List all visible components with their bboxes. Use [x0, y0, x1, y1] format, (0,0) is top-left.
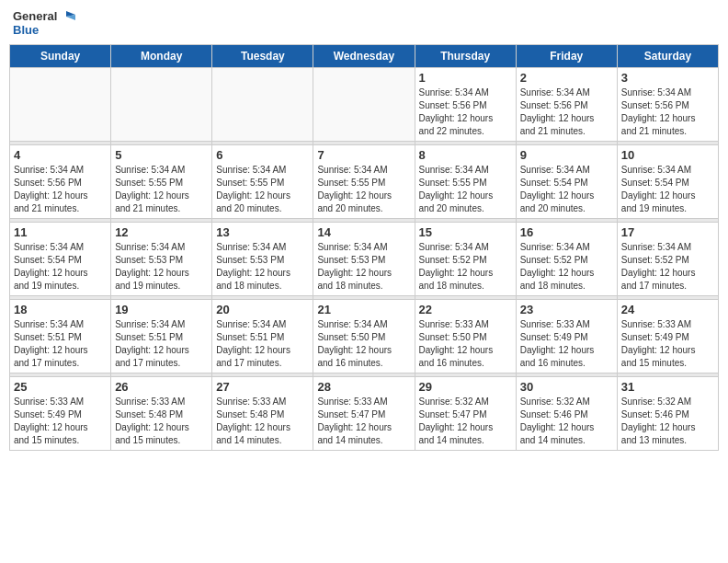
day-info: Sunrise: 5:34 AM Sunset: 5:55 PM Dayligh…	[216, 164, 309, 215]
calendar-cell: 9Sunrise: 5:34 AM Sunset: 5:54 PM Daylig…	[516, 145, 617, 219]
logo-blue-text: Blue	[13, 24, 39, 37]
calendar-cell: 7Sunrise: 5:34 AM Sunset: 5:55 PM Daylig…	[313, 145, 415, 219]
calendar-cell: 24Sunrise: 5:33 AM Sunset: 5:49 PM Dayli…	[617, 300, 718, 373]
day-info: Sunrise: 5:34 AM Sunset: 5:55 PM Dayligh…	[317, 164, 410, 215]
day-number: 25	[14, 380, 107, 394]
day-number: 11	[14, 225, 107, 239]
logo-general-text: General	[13, 10, 57, 23]
day-info: Sunrise: 5:34 AM Sunset: 5:51 PM Dayligh…	[14, 318, 107, 370]
day-number: 31	[621, 380, 714, 394]
day-number: 9	[520, 148, 613, 162]
calendar-cell: 16Sunrise: 5:34 AM Sunset: 5:52 PM Dayli…	[516, 223, 617, 296]
day-number: 15	[419, 225, 512, 239]
calendar-cell: 11Sunrise: 5:34 AM Sunset: 5:54 PM Dayli…	[10, 223, 111, 296]
calendar-cell: 12Sunrise: 5:34 AM Sunset: 5:53 PM Dayli…	[111, 223, 212, 296]
day-info: Sunrise: 5:32 AM Sunset: 5:46 PM Dayligh…	[520, 396, 613, 447]
day-info: Sunrise: 5:34 AM Sunset: 5:55 PM Dayligh…	[419, 164, 512, 215]
calendar-cell: 19Sunrise: 5:34 AM Sunset: 5:51 PM Dayli…	[111, 300, 212, 373]
day-info: Sunrise: 5:33 AM Sunset: 5:48 PM Dayligh…	[216, 396, 309, 447]
calendar-cell: 17Sunrise: 5:34 AM Sunset: 5:52 PM Dayli…	[617, 223, 718, 296]
day-info: Sunrise: 5:33 AM Sunset: 5:47 PM Dayligh…	[317, 396, 410, 447]
day-of-week-monday: Monday	[111, 45, 212, 68]
day-number: 8	[419, 148, 512, 162]
calendar-cell: 31Sunrise: 5:32 AM Sunset: 5:46 PM Dayli…	[617, 377, 718, 451]
calendar-cell	[212, 68, 313, 142]
day-info: Sunrise: 5:34 AM Sunset: 5:54 PM Dayligh…	[621, 164, 714, 215]
calendar-table: SundayMondayTuesdayWednesdayThursdayFrid…	[9, 44, 719, 451]
day-info: Sunrise: 5:34 AM Sunset: 5:53 PM Dayligh…	[216, 241, 309, 293]
day-info: Sunrise: 5:34 AM Sunset: 5:55 PM Dayligh…	[115, 164, 208, 215]
calendar-week-1: 1Sunrise: 5:34 AM Sunset: 5:56 PM Daylig…	[10, 68, 719, 142]
day-info: Sunrise: 5:33 AM Sunset: 5:48 PM Dayligh…	[115, 396, 208, 447]
day-info: Sunrise: 5:34 AM Sunset: 5:50 PM Dayligh…	[317, 318, 410, 370]
day-info: Sunrise: 5:34 AM Sunset: 5:53 PM Dayligh…	[115, 241, 208, 293]
calendar-week-5: 25Sunrise: 5:33 AM Sunset: 5:49 PM Dayli…	[10, 377, 719, 451]
day-number: 5	[115, 148, 208, 162]
logo-container: General Blue	[13, 9, 79, 37]
day-info: Sunrise: 5:32 AM Sunset: 5:46 PM Dayligh…	[621, 396, 714, 447]
calendar-cell	[313, 68, 415, 142]
day-number: 10	[621, 148, 714, 162]
day-number: 24	[621, 303, 714, 316]
day-info: Sunrise: 5:33 AM Sunset: 5:50 PM Dayligh…	[419, 318, 512, 370]
logo-bird-icon	[59, 9, 79, 24]
day-number: 14	[317, 225, 410, 239]
day-info: Sunrise: 5:34 AM Sunset: 5:52 PM Dayligh…	[520, 241, 613, 293]
day-number: 4	[14, 148, 107, 162]
calendar-cell: 18Sunrise: 5:34 AM Sunset: 5:51 PM Dayli…	[10, 300, 111, 373]
day-info: Sunrise: 5:34 AM Sunset: 5:53 PM Dayligh…	[317, 241, 410, 293]
day-info: Sunrise: 5:34 AM Sunset: 5:51 PM Dayligh…	[115, 318, 208, 370]
day-number: 20	[216, 303, 309, 316]
calendar-cell: 22Sunrise: 5:33 AM Sunset: 5:50 PM Dayli…	[415, 300, 516, 373]
calendar-cell	[111, 68, 212, 142]
day-number: 22	[419, 303, 512, 316]
calendar-cell: 13Sunrise: 5:34 AM Sunset: 5:53 PM Dayli…	[212, 223, 313, 296]
calendar-cell: 10Sunrise: 5:34 AM Sunset: 5:54 PM Dayli…	[617, 145, 718, 219]
day-number: 29	[419, 380, 512, 394]
calendar-cell: 30Sunrise: 5:32 AM Sunset: 5:46 PM Dayli…	[516, 377, 617, 451]
day-number: 2	[520, 71, 613, 85]
day-info: Sunrise: 5:34 AM Sunset: 5:52 PM Dayligh…	[419, 241, 512, 293]
calendar-cell: 23Sunrise: 5:33 AM Sunset: 5:49 PM Dayli…	[516, 300, 617, 373]
page-header: General Blue	[9, 9, 719, 37]
day-of-week-sunday: Sunday	[10, 45, 111, 68]
calendar-cell: 28Sunrise: 5:33 AM Sunset: 5:47 PM Dayli…	[313, 377, 415, 451]
day-info: Sunrise: 5:34 AM Sunset: 5:56 PM Dayligh…	[419, 86, 512, 138]
day-number: 13	[216, 225, 309, 239]
day-number: 23	[520, 303, 613, 316]
day-info: Sunrise: 5:34 AM Sunset: 5:54 PM Dayligh…	[14, 241, 107, 293]
day-info: Sunrise: 5:34 AM Sunset: 5:54 PM Dayligh…	[520, 164, 613, 215]
calendar-cell: 2Sunrise: 5:34 AM Sunset: 5:56 PM Daylig…	[516, 68, 617, 142]
calendar-cell: 26Sunrise: 5:33 AM Sunset: 5:48 PM Dayli…	[111, 377, 212, 451]
calendar-cell: 25Sunrise: 5:33 AM Sunset: 5:49 PM Dayli…	[10, 377, 111, 451]
day-number: 7	[317, 148, 410, 162]
day-of-week-friday: Friday	[516, 45, 617, 68]
calendar-cell: 6Sunrise: 5:34 AM Sunset: 5:55 PM Daylig…	[212, 145, 313, 219]
calendar-cell: 1Sunrise: 5:34 AM Sunset: 5:56 PM Daylig…	[415, 68, 516, 142]
day-info: Sunrise: 5:33 AM Sunset: 5:49 PM Dayligh…	[14, 396, 107, 447]
day-number: 28	[317, 380, 410, 394]
calendar-cell: 20Sunrise: 5:34 AM Sunset: 5:51 PM Dayli…	[212, 300, 313, 373]
day-info: Sunrise: 5:34 AM Sunset: 5:52 PM Dayligh…	[621, 241, 714, 293]
day-number: 27	[216, 380, 309, 394]
calendar-cell: 27Sunrise: 5:33 AM Sunset: 5:48 PM Dayli…	[212, 377, 313, 451]
day-of-week-thursday: Thursday	[415, 45, 516, 68]
day-number: 12	[115, 225, 208, 239]
calendar-cell: 21Sunrise: 5:34 AM Sunset: 5:50 PM Dayli…	[313, 300, 415, 373]
calendar-cell: 8Sunrise: 5:34 AM Sunset: 5:55 PM Daylig…	[415, 145, 516, 219]
day-info: Sunrise: 5:33 AM Sunset: 5:49 PM Dayligh…	[621, 318, 714, 370]
day-of-week-wednesday: Wednesday	[313, 45, 415, 68]
day-number: 30	[520, 380, 613, 394]
day-number: 3	[621, 71, 714, 85]
calendar-cell	[10, 68, 111, 142]
day-info: Sunrise: 5:32 AM Sunset: 5:47 PM Dayligh…	[419, 396, 512, 447]
calendar-week-3: 11Sunrise: 5:34 AM Sunset: 5:54 PM Dayli…	[10, 223, 719, 296]
day-number: 6	[216, 148, 309, 162]
day-info: Sunrise: 5:34 AM Sunset: 5:56 PM Dayligh…	[14, 164, 107, 215]
calendar-cell: 29Sunrise: 5:32 AM Sunset: 5:47 PM Dayli…	[415, 377, 516, 451]
calendar-week-2: 4Sunrise: 5:34 AM Sunset: 5:56 PM Daylig…	[10, 145, 719, 219]
calendar-cell: 3Sunrise: 5:34 AM Sunset: 5:56 PM Daylig…	[617, 68, 718, 142]
day-number: 17	[621, 225, 714, 239]
calendar-cell: 14Sunrise: 5:34 AM Sunset: 5:53 PM Dayli…	[313, 223, 415, 296]
calendar-cell: 4Sunrise: 5:34 AM Sunset: 5:56 PM Daylig…	[10, 145, 111, 219]
